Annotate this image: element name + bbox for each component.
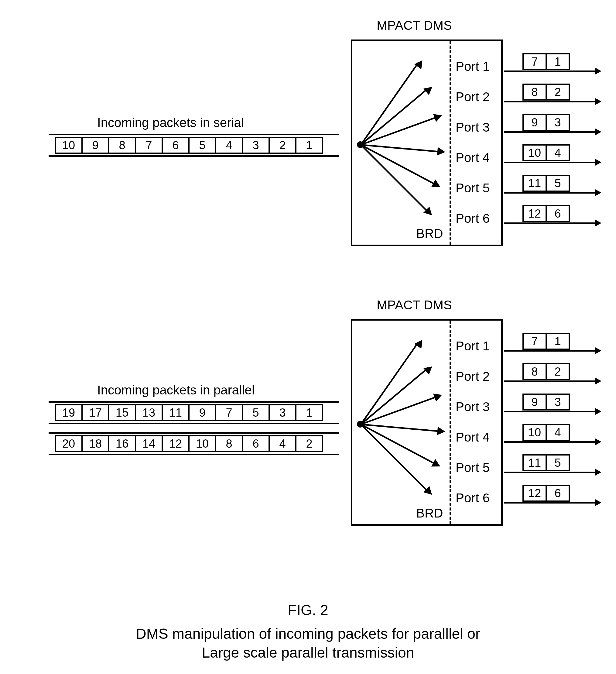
port-label-1: Port 1 xyxy=(456,339,490,353)
out-row: 7 1 xyxy=(522,333,569,350)
out-cell: 3 xyxy=(545,394,570,411)
out-row: 12 6 xyxy=(522,205,569,222)
out-line xyxy=(504,502,595,503)
out-line xyxy=(504,441,595,443)
out-cell: 6 xyxy=(545,485,570,502)
dms-title: MPACT DMS xyxy=(377,298,452,312)
packet-row: 20 18 16 14 12 10 8 6 4 2 xyxy=(55,435,322,452)
out-line xyxy=(504,411,595,412)
arrow-head-icon xyxy=(595,219,601,227)
packet-cell: 19 xyxy=(55,404,83,421)
packet-row: 10 9 8 7 6 5 4 3 2 1 xyxy=(55,137,322,154)
packet-cell: 13 xyxy=(135,404,163,421)
packet-cell: 7 xyxy=(215,404,243,421)
arrow-head-icon xyxy=(595,128,601,135)
out-line xyxy=(504,71,595,72)
out-cell: 8 xyxy=(522,363,547,380)
out-cell: 12 xyxy=(522,205,547,222)
caption-line-1: DMS manipulation of incoming packets for… xyxy=(12,625,604,643)
arrow-head-icon xyxy=(595,499,601,506)
packet-cell: 8 xyxy=(215,435,243,452)
packet-cell: 2 xyxy=(295,435,323,452)
arrow-head-icon xyxy=(595,347,601,354)
out-cell: 7 xyxy=(522,53,547,70)
port-label-6: Port 6 xyxy=(456,491,490,505)
packet-cell: 6 xyxy=(161,137,190,154)
out-cell: 1 xyxy=(545,333,570,350)
port-label-4: Port 4 xyxy=(456,430,490,445)
out-row: 7 1 xyxy=(522,53,569,70)
out-row: 8 2 xyxy=(522,84,569,101)
out-row: 9 3 xyxy=(522,114,569,131)
packet-cell: 15 xyxy=(108,404,136,421)
out-cell: 11 xyxy=(522,454,547,471)
arrow-head-icon xyxy=(595,189,601,196)
packet-cell: 7 xyxy=(135,137,163,154)
out-cell: 2 xyxy=(545,84,570,101)
port-label-2: Port 2 xyxy=(456,369,490,384)
arrow-head-icon xyxy=(595,469,601,476)
out-line xyxy=(504,222,595,224)
out-cell: 9 xyxy=(522,394,547,411)
out-cell: 2 xyxy=(545,363,570,380)
out-cell: 10 xyxy=(522,424,547,441)
arrow-head-icon xyxy=(595,68,601,75)
out-row: 8 2 xyxy=(522,363,569,380)
out-line xyxy=(504,101,595,102)
packet-cell: 5 xyxy=(242,404,270,421)
packet-cell: 12 xyxy=(161,435,190,452)
brd-label: BRD xyxy=(416,226,443,241)
port-label-1: Port 1 xyxy=(456,59,490,74)
fan-arrow-head xyxy=(437,427,446,436)
port-label-5: Port 5 xyxy=(456,181,490,195)
out-line xyxy=(504,472,595,473)
out-cell: 1 xyxy=(545,53,570,70)
port-label-4: Port 4 xyxy=(456,150,490,165)
port-label-3: Port 3 xyxy=(456,400,490,414)
out-cell: 9 xyxy=(522,114,547,131)
out-cell: 5 xyxy=(545,175,570,192)
packet-cell: 10 xyxy=(188,435,216,452)
packet-cell: 4 xyxy=(268,435,296,452)
out-cell: 3 xyxy=(545,114,570,131)
arrow-head-icon xyxy=(595,98,601,105)
port-label-5: Port 5 xyxy=(456,460,490,475)
dms-dashed-divider xyxy=(450,321,451,524)
dms-title: MPACT DMS xyxy=(377,18,452,33)
out-cell: 12 xyxy=(522,485,547,502)
brd-label: BRD xyxy=(416,506,443,521)
packet-cell: 5 xyxy=(188,137,216,154)
packet-cell: 14 xyxy=(135,435,163,452)
packet-cell: 3 xyxy=(242,137,270,154)
out-line xyxy=(504,350,595,352)
packet-cell: 6 xyxy=(242,435,270,452)
out-cell: 6 xyxy=(545,205,570,222)
arrow-head-icon xyxy=(595,158,601,166)
out-row: 11 5 xyxy=(522,175,569,192)
caption-line-2: Large scale parallel transmission xyxy=(12,643,604,662)
out-row: 10 4 xyxy=(522,144,569,161)
packet-row: 19 17 15 13 11 9 7 5 3 1 xyxy=(55,404,322,421)
arrow-head-icon xyxy=(595,377,601,385)
out-cell: 8 xyxy=(522,84,547,101)
out-cell: 4 xyxy=(545,144,570,161)
packet-cell: 18 xyxy=(82,435,109,452)
port-label-6: Port 6 xyxy=(456,211,490,226)
incoming-label: Incoming packets in parallel xyxy=(97,383,255,398)
packet-cell: 1 xyxy=(295,137,323,154)
out-line xyxy=(504,380,595,382)
diagram-serial: MPACT DMS BRD Port 1 Port 2 Port 3 Port … xyxy=(12,18,604,286)
out-row: 12 6 xyxy=(522,485,569,502)
packet-cell: 20 xyxy=(55,435,83,452)
out-line xyxy=(504,162,595,163)
out-cell: 11 xyxy=(522,175,547,192)
packet-cell: 17 xyxy=(82,404,109,421)
port-label-3: Port 3 xyxy=(456,120,490,135)
figure-caption: FIG. 2 DMS manipulation of incoming pack… xyxy=(12,602,604,662)
arrow-head-icon xyxy=(595,438,601,445)
incoming-label: Incoming packets in serial xyxy=(97,115,244,130)
packet-cell: 4 xyxy=(215,137,243,154)
out-cell: 7 xyxy=(522,333,547,350)
packet-cell: 3 xyxy=(268,404,296,421)
packet-cell: 9 xyxy=(188,404,216,421)
